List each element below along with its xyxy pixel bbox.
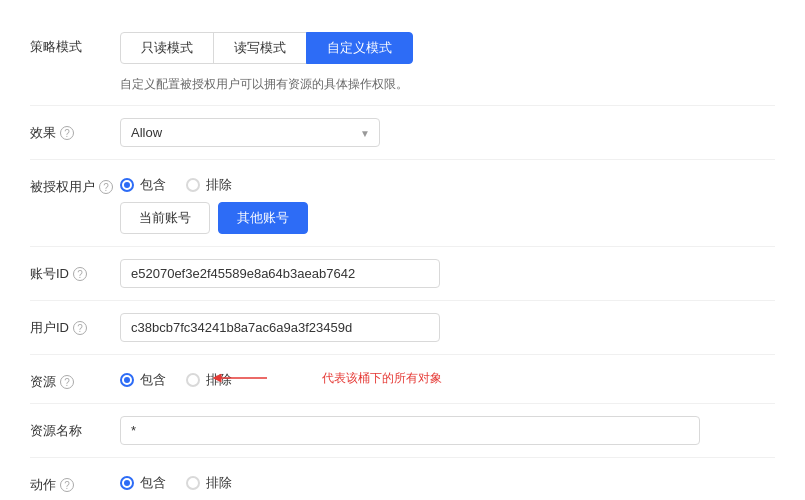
action-label: 动作 ? [30, 470, 120, 494]
action-exclude-radio[interactable] [186, 476, 200, 490]
strategy-mode-row: 策略模式 只读模式 读写模式 自定义模式 自定义配置被授权用户可以拥有资源的具体… [30, 20, 775, 106]
authorized-user-exclude-radio[interactable] [186, 178, 200, 192]
authorized-user-radio-group: 包含 排除 [120, 172, 775, 194]
authorized-user-row: 被授权用户 ? 包含 排除 当前账号 其他账号 [30, 160, 775, 247]
tab-custom[interactable]: 自定义模式 [306, 32, 413, 64]
resource-row: 资源 ? 包含 排除 [30, 355, 775, 404]
strategy-tab-group: 只读模式 读写模式 自定义模式 [120, 32, 775, 64]
current-account-btn[interactable]: 当前账号 [120, 202, 210, 234]
account-id-label: 账号ID ? [30, 259, 120, 283]
tab-readonly[interactable]: 只读模式 [120, 32, 214, 64]
action-exclude-option[interactable]: 排除 [186, 474, 232, 492]
authorized-user-exclude-option[interactable]: 排除 [186, 176, 232, 194]
tab-readwrite[interactable]: 读写模式 [213, 32, 307, 64]
action-include-radio[interactable] [120, 476, 134, 490]
effect-content: Allow Deny ▼ [120, 118, 775, 147]
resource-label: 资源 ? [30, 367, 120, 391]
action-exclude-label: 排除 [206, 474, 232, 492]
action-help-icon[interactable]: ? [60, 478, 74, 492]
account-id-row: 账号ID ? [30, 247, 775, 301]
resource-content: 包含 排除 代表该桶下的所有对象 [120, 367, 775, 389]
account-id-input[interactable] [120, 259, 440, 288]
strategy-hint: 自定义配置被授权用户可以拥有资源的具体操作权限。 [120, 76, 775, 93]
resource-name-row: 资源名称 [30, 404, 775, 458]
resource-annotation: 代表该桶下的所有对象 [322, 370, 442, 387]
action-content: 包含 排除 [120, 470, 775, 492]
effect-label: 效果 ? [30, 118, 120, 142]
user-id-label: 用户ID ? [30, 313, 120, 337]
action-radio-group: 包含 排除 [120, 470, 775, 492]
authorized-user-label: 被授权用户 ? [30, 172, 120, 196]
resource-help-icon[interactable]: ? [60, 375, 74, 389]
authorized-user-include-radio[interactable] [120, 178, 134, 192]
annotation-arrow-svg [212, 363, 272, 393]
resource-name-content [120, 416, 775, 445]
user-id-content [120, 313, 775, 342]
effect-help-icon[interactable]: ? [60, 126, 74, 140]
resource-exclude-radio[interactable] [186, 373, 200, 387]
action-include-label: 包含 [140, 474, 166, 492]
action-include-option[interactable]: 包含 [120, 474, 166, 492]
effect-row: 效果 ? Allow Deny ▼ [30, 106, 775, 160]
resource-include-radio[interactable] [120, 373, 134, 387]
authorized-user-include-label: 包含 [140, 176, 166, 194]
resource-name-label: 资源名称 [30, 416, 120, 440]
account-id-help-icon[interactable]: ? [73, 267, 87, 281]
resource-include-option[interactable]: 包含 [120, 371, 166, 389]
action-row: 动作 ? 包含 排除 [30, 458, 775, 500]
user-id-help-icon[interactable]: ? [73, 321, 87, 335]
authorized-user-include-option[interactable]: 包含 [120, 176, 166, 194]
authorized-user-content: 包含 排除 当前账号 其他账号 [120, 172, 775, 234]
authorized-user-exclude-label: 排除 [206, 176, 232, 194]
authorized-user-help-icon[interactable]: ? [99, 180, 113, 194]
strategy-label: 策略模式 [30, 32, 120, 56]
user-id-input[interactable] [120, 313, 440, 342]
resource-include-label: 包含 [140, 371, 166, 389]
resource-name-input[interactable] [120, 416, 700, 445]
effect-dropdown-wrap: Allow Deny ▼ [120, 118, 380, 147]
other-account-btn[interactable]: 其他账号 [218, 202, 308, 234]
strategy-content: 只读模式 读写模式 自定义模式 自定义配置被授权用户可以拥有资源的具体操作权限。 [120, 32, 775, 93]
account-btn-group: 当前账号 其他账号 [120, 202, 775, 234]
account-id-content [120, 259, 775, 288]
effect-select[interactable]: Allow Deny [120, 118, 380, 147]
user-id-row: 用户ID ? [30, 301, 775, 355]
